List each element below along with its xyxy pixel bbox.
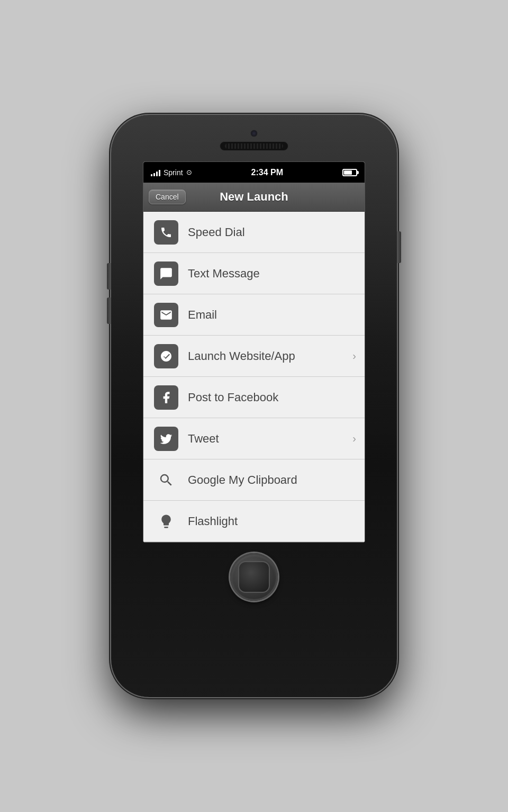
phone-icon — [154, 220, 178, 245]
menu-item-flashlight[interactable]: Flashlight — [143, 501, 365, 542]
tweet-label: Tweet — [188, 432, 219, 446]
chevron-right-icon-tweet: › — [352, 432, 356, 445]
facebook-icon — [154, 385, 178, 410]
menu-item-google-clipboard[interactable]: Google My Clipboard — [143, 459, 365, 501]
google-clipboard-label: Google My Clipboard — [188, 473, 297, 487]
phone-bottom — [111, 543, 397, 697]
front-camera — [250, 130, 258, 137]
status-bar: Sprint ⊙ 2:34 PM — [143, 162, 365, 183]
earpiece-speaker — [220, 141, 288, 151]
status-left: Sprint ⊙ — [151, 168, 192, 177]
phone-top — [111, 115, 397, 151]
nav-title: New Launch — [220, 190, 288, 204]
menu-item-launch-website[interactable]: Launch Website/App › — [143, 336, 365, 377]
rocket-icon — [154, 344, 178, 368]
flashlight-label: Flashlight — [188, 515, 238, 528]
chat-icon — [154, 261, 178, 286]
menu-item-tweet[interactable]: Tweet › — [143, 418, 365, 459]
launch-website-label: Launch Website/App — [188, 349, 295, 363]
menu-item-text-message[interactable]: Text Message — [143, 253, 365, 294]
menu-item-email[interactable]: Email — [143, 294, 365, 336]
chevron-right-icon: › — [352, 350, 356, 362]
wifi-icon: ⊙ — [186, 168, 192, 176]
bulb-icon — [154, 509, 178, 534]
menu-item-post-facebook[interactable]: Post to Facebook — [143, 377, 365, 418]
text-message-label: Text Message — [188, 267, 260, 281]
power-button[interactable] — [397, 231, 401, 263]
menu-list: Speed Dial Text Message — [143, 212, 365, 542]
home-button-inner — [238, 561, 270, 593]
cancel-button[interactable]: Cancel — [149, 190, 186, 204]
carrier-label: Sprint — [164, 168, 183, 177]
phone-screen: Sprint ⊙ 2:34 PM Cancel New Launch — [143, 161, 365, 543]
home-button[interactable] — [230, 553, 278, 601]
phone-device: Sprint ⊙ 2:34 PM Cancel New Launch — [111, 115, 397, 697]
navigation-bar: Cancel New Launch — [143, 183, 365, 212]
battery-fill — [344, 170, 352, 175]
email-label: Email — [188, 308, 217, 322]
twitter-icon — [154, 427, 178, 451]
battery-icon — [342, 169, 357, 176]
volume-up-button[interactable] — [107, 263, 111, 290]
signal-icon — [151, 169, 160, 176]
menu-item-speed-dial[interactable]: Speed Dial — [143, 212, 365, 253]
time-display: 2:34 PM — [251, 168, 283, 177]
battery-indicator — [342, 169, 357, 176]
post-facebook-label: Post to Facebook — [188, 391, 278, 404]
volume-down-button[interactable] — [107, 297, 111, 324]
email-icon — [154, 303, 178, 327]
speed-dial-label: Speed Dial — [188, 225, 245, 239]
search-icon — [154, 468, 178, 492]
